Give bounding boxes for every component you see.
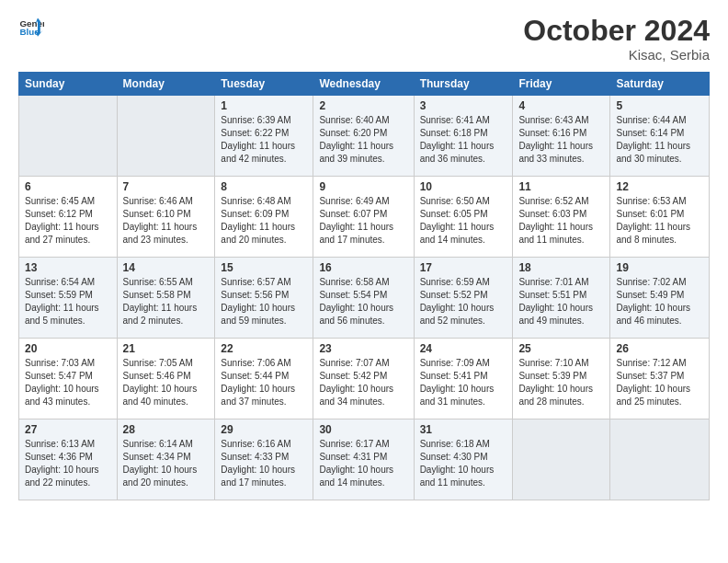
day-cell: 29Sunrise: 6:16 AM Sunset: 4:33 PM Dayli… bbox=[215, 419, 313, 500]
day-info: Sunrise: 6:55 AM Sunset: 5:58 PM Dayligh… bbox=[123, 276, 210, 327]
page-header: General Blue October 2024 Kisac, Serbia bbox=[18, 15, 710, 63]
title-block: October 2024 Kisac, Serbia bbox=[523, 15, 710, 63]
day-number: 13 bbox=[25, 261, 111, 274]
day-cell: 18Sunrise: 7:01 AM Sunset: 5:51 PM Dayli… bbox=[513, 258, 610, 339]
day-number: 24 bbox=[420, 342, 507, 355]
header-row: Sunday Monday Tuesday Wednesday Thursday… bbox=[19, 73, 710, 96]
day-number: 11 bbox=[518, 180, 604, 193]
day-number: 5 bbox=[616, 99, 703, 112]
day-number: 10 bbox=[420, 180, 507, 193]
day-cell: 31Sunrise: 6:18 AM Sunset: 4:30 PM Dayli… bbox=[414, 419, 513, 500]
day-info: Sunrise: 6:52 AM Sunset: 6:03 PM Dayligh… bbox=[518, 195, 604, 247]
day-number: 27 bbox=[25, 423, 111, 436]
header-friday: Friday bbox=[513, 73, 610, 96]
header-tuesday: Tuesday bbox=[215, 73, 313, 96]
day-number: 1 bbox=[221, 99, 307, 112]
day-cell: 6Sunrise: 6:45 AM Sunset: 6:12 PM Daylig… bbox=[19, 177, 118, 258]
day-number: 8 bbox=[221, 180, 307, 193]
day-cell: 10Sunrise: 6:50 AM Sunset: 6:05 PM Dayli… bbox=[414, 177, 513, 258]
day-cell: 8Sunrise: 6:48 AM Sunset: 6:09 PM Daylig… bbox=[215, 177, 313, 258]
week-row-4: 20Sunrise: 7:03 AM Sunset: 5:47 PM Dayli… bbox=[19, 339, 710, 419]
day-number: 31 bbox=[420, 423, 507, 436]
day-number: 15 bbox=[221, 261, 307, 274]
day-cell: 27Sunrise: 6:13 AM Sunset: 4:36 PM Dayli… bbox=[19, 419, 118, 500]
day-cell: 4Sunrise: 6:43 AM Sunset: 6:16 PM Daylig… bbox=[513, 96, 610, 177]
day-info: Sunrise: 6:13 AM Sunset: 4:36 PM Dayligh… bbox=[25, 438, 111, 489]
day-info: Sunrise: 6:54 AM Sunset: 5:59 PM Dayligh… bbox=[25, 276, 111, 327]
day-info: Sunrise: 6:48 AM Sunset: 6:09 PM Dayligh… bbox=[221, 195, 307, 247]
logo-icon: General Blue bbox=[18, 15, 44, 40]
day-number: 4 bbox=[518, 99, 604, 112]
day-number: 17 bbox=[420, 261, 507, 274]
week-row-3: 13Sunrise: 6:54 AM Sunset: 5:59 PM Dayli… bbox=[19, 258, 710, 339]
logo: General Blue bbox=[18, 15, 44, 40]
day-cell: 14Sunrise: 6:55 AM Sunset: 5:58 PM Dayli… bbox=[117, 258, 215, 339]
header-wednesday: Wednesday bbox=[313, 73, 414, 96]
day-info: Sunrise: 6:58 AM Sunset: 5:54 PM Dayligh… bbox=[319, 276, 407, 327]
day-cell: 17Sunrise: 6:59 AM Sunset: 5:52 PM Dayli… bbox=[414, 258, 513, 339]
day-info: Sunrise: 6:43 AM Sunset: 6:16 PM Dayligh… bbox=[518, 114, 604, 166]
day-info: Sunrise: 6:17 AM Sunset: 4:31 PM Dayligh… bbox=[319, 438, 407, 489]
day-number: 19 bbox=[616, 261, 703, 274]
day-info: Sunrise: 6:50 AM Sunset: 6:05 PM Dayligh… bbox=[420, 195, 507, 247]
calendar-table: Sunday Monday Tuesday Wednesday Thursday… bbox=[18, 72, 710, 500]
day-number: 12 bbox=[616, 180, 703, 193]
day-info: Sunrise: 6:40 AM Sunset: 6:20 PM Dayligh… bbox=[319, 114, 407, 166]
week-row-1: 1Sunrise: 6:39 AM Sunset: 6:22 PM Daylig… bbox=[19, 96, 710, 177]
day-info: Sunrise: 6:41 AM Sunset: 6:18 PM Dayligh… bbox=[420, 114, 507, 166]
day-info: Sunrise: 7:05 AM Sunset: 5:46 PM Dayligh… bbox=[123, 357, 210, 408]
day-cell bbox=[19, 96, 118, 177]
day-cell: 13Sunrise: 6:54 AM Sunset: 5:59 PM Dayli… bbox=[19, 258, 118, 339]
day-cell: 21Sunrise: 7:05 AM Sunset: 5:46 PM Dayli… bbox=[117, 339, 215, 419]
day-info: Sunrise: 7:10 AM Sunset: 5:39 PM Dayligh… bbox=[518, 357, 604, 408]
day-cell: 3Sunrise: 6:41 AM Sunset: 6:18 PM Daylig… bbox=[414, 96, 513, 177]
day-number: 9 bbox=[319, 180, 407, 193]
day-cell: 12Sunrise: 6:53 AM Sunset: 6:01 PM Dayli… bbox=[610, 177, 710, 258]
day-cell: 20Sunrise: 7:03 AM Sunset: 5:47 PM Dayli… bbox=[19, 339, 118, 419]
day-number: 28 bbox=[123, 423, 210, 436]
day-cell: 9Sunrise: 6:49 AM Sunset: 6:07 PM Daylig… bbox=[313, 177, 414, 258]
day-number: 16 bbox=[319, 261, 407, 274]
day-info: Sunrise: 7:07 AM Sunset: 5:42 PM Dayligh… bbox=[319, 357, 407, 408]
day-number: 7 bbox=[123, 180, 210, 193]
day-cell: 28Sunrise: 6:14 AM Sunset: 4:34 PM Dayli… bbox=[117, 419, 215, 500]
day-number: 23 bbox=[319, 342, 407, 355]
day-info: Sunrise: 7:06 AM Sunset: 5:44 PM Dayligh… bbox=[221, 357, 307, 408]
day-info: Sunrise: 6:16 AM Sunset: 4:33 PM Dayligh… bbox=[221, 438, 307, 489]
day-number: 14 bbox=[123, 261, 210, 274]
day-cell: 23Sunrise: 7:07 AM Sunset: 5:42 PM Dayli… bbox=[313, 339, 414, 419]
day-info: Sunrise: 6:57 AM Sunset: 5:56 PM Dayligh… bbox=[221, 276, 307, 327]
month-title: October 2024 bbox=[523, 15, 710, 47]
day-cell: 2Sunrise: 6:40 AM Sunset: 6:20 PM Daylig… bbox=[313, 96, 414, 177]
day-info: Sunrise: 7:03 AM Sunset: 5:47 PM Dayligh… bbox=[25, 357, 111, 408]
day-cell: 24Sunrise: 7:09 AM Sunset: 5:41 PM Dayli… bbox=[414, 339, 513, 419]
day-number: 2 bbox=[319, 99, 407, 112]
week-row-5: 27Sunrise: 6:13 AM Sunset: 4:36 PM Dayli… bbox=[19, 419, 710, 500]
day-info: Sunrise: 7:12 AM Sunset: 5:37 PM Dayligh… bbox=[616, 357, 703, 408]
location: Kisac, Serbia bbox=[523, 47, 710, 63]
day-info: Sunrise: 6:45 AM Sunset: 6:12 PM Dayligh… bbox=[25, 195, 111, 247]
day-cell: 26Sunrise: 7:12 AM Sunset: 5:37 PM Dayli… bbox=[610, 339, 710, 419]
day-cell: 11Sunrise: 6:52 AM Sunset: 6:03 PM Dayli… bbox=[513, 177, 610, 258]
day-cell: 22Sunrise: 7:06 AM Sunset: 5:44 PM Dayli… bbox=[215, 339, 313, 419]
header-saturday: Saturday bbox=[610, 73, 710, 96]
week-row-2: 6Sunrise: 6:45 AM Sunset: 6:12 PM Daylig… bbox=[19, 177, 710, 258]
day-number: 20 bbox=[25, 342, 111, 355]
day-cell bbox=[117, 96, 215, 177]
day-info: Sunrise: 6:53 AM Sunset: 6:01 PM Dayligh… bbox=[616, 195, 703, 247]
day-cell: 16Sunrise: 6:58 AM Sunset: 5:54 PM Dayli… bbox=[313, 258, 414, 339]
day-cell bbox=[513, 419, 610, 500]
day-number: 6 bbox=[25, 180, 111, 193]
day-info: Sunrise: 7:01 AM Sunset: 5:51 PM Dayligh… bbox=[518, 276, 604, 327]
day-number: 21 bbox=[123, 342, 210, 355]
day-number: 29 bbox=[221, 423, 307, 436]
day-info: Sunrise: 6:18 AM Sunset: 4:30 PM Dayligh… bbox=[420, 438, 507, 489]
day-number: 26 bbox=[616, 342, 703, 355]
day-info: Sunrise: 6:49 AM Sunset: 6:07 PM Dayligh… bbox=[319, 195, 407, 247]
header-thursday: Thursday bbox=[414, 73, 513, 96]
header-sunday: Sunday bbox=[19, 73, 118, 96]
day-info: Sunrise: 6:46 AM Sunset: 6:10 PM Dayligh… bbox=[123, 195, 210, 247]
day-number: 3 bbox=[420, 99, 507, 112]
day-number: 22 bbox=[221, 342, 307, 355]
day-info: Sunrise: 6:14 AM Sunset: 4:34 PM Dayligh… bbox=[123, 438, 210, 489]
